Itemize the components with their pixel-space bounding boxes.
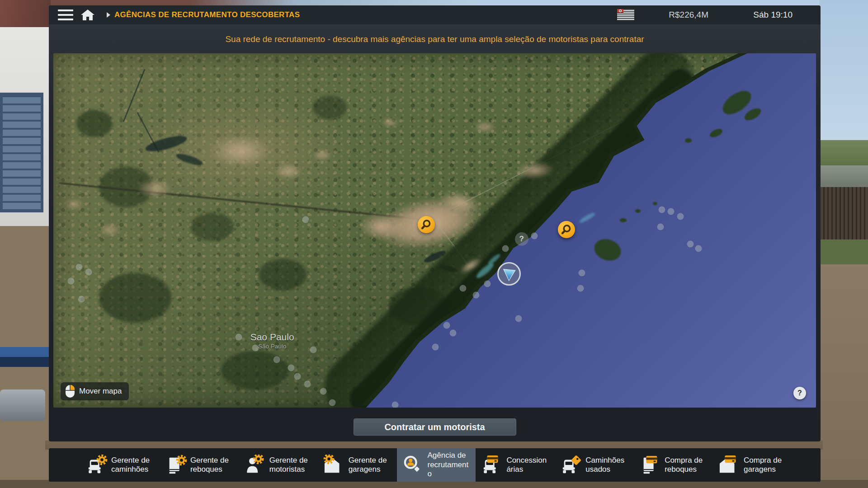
toolbar-item-label: Caminhões usados	[585, 456, 628, 474]
toolbar-item-compra-de-garagens[interactable]: Compra de garagens	[713, 448, 792, 482]
truck-fuel-tank	[0, 389, 45, 421]
undiscovered-agency-marker: ?	[515, 232, 528, 246]
undiscovered-city-dot	[432, 343, 439, 350]
undiscovered-city-dot	[85, 268, 92, 275]
undiscovered-city-dot	[657, 224, 664, 230]
toolbar-item-agencia-de-recrutamento[interactable]: Agência de recrutamento	[397, 448, 476, 482]
trailer-card-icon	[639, 455, 661, 475]
toolbar-item-gerente-de-motoristas[interactable]: Gerente de motoristas	[239, 448, 317, 482]
undiscovered-city-dot	[577, 285, 584, 291]
barn-wall	[819, 187, 868, 240]
toolbar-item-label: Gerente de caminhões	[111, 456, 154, 474]
panel-subtitle: Sua rede de recrutamento - descubra mais…	[49, 34, 821, 44]
grass	[819, 239, 868, 266]
toolbar-item-label: Gerente de motoristas	[269, 456, 312, 474]
parked-truck	[0, 225, 50, 390]
toolbar-item-concessionarias[interactable]: Concessionárias	[476, 448, 554, 482]
magnifier-icon	[559, 222, 574, 237]
undiscovered-city-dot	[310, 347, 317, 353]
truck-gear-icon	[86, 455, 108, 475]
truck-tag-icon	[560, 455, 582, 475]
management-toolbar: Gerente de caminhõesGerente de reboquesG…	[49, 448, 821, 482]
undiscovered-city-dot	[304, 381, 311, 388]
undiscovered-city-dot	[484, 281, 491, 287]
undiscovered-city-dot	[502, 245, 509, 252]
undiscovered-city-dot	[687, 240, 693, 247]
player-money: R$226,4M	[669, 10, 708, 20]
undiscovered-city-dot	[288, 365, 295, 371]
undiscovered-city-dot	[78, 296, 85, 303]
undiscovered-city-dot	[392, 401, 398, 408]
toolbar-item-caminhoes-usados[interactable]: Caminhões usados	[555, 448, 633, 482]
agency-map[interactable]: Sao Paulo São Paulo Mover mapa ? ?	[53, 53, 816, 408]
toolbar-item-label: Gerente de reboques	[190, 456, 233, 474]
driver-gear-icon	[244, 455, 266, 475]
sky	[819, 0, 868, 142]
undiscovered-city-dot	[531, 232, 538, 239]
undiscovered-city-dot	[329, 399, 336, 406]
undiscovered-city-dot	[515, 315, 522, 322]
undiscovered-city-dot	[472, 291, 479, 298]
toolbar-item-label: Compra de garagens	[744, 456, 786, 474]
house-window	[0, 93, 43, 212]
recruitment-panel: Sua rede de recrutamento - descubra mais…	[49, 24, 821, 441]
move-map-label: Mover mapa	[79, 387, 122, 396]
recruitment-agency-marker[interactable]	[418, 216, 435, 233]
toolbar-item-label: Agência de recrutamento	[428, 451, 470, 479]
undiscovered-city-dot	[274, 357, 280, 363]
toolbar-item-compra-de-reboques[interactable]: Compra de reboques	[634, 448, 712, 482]
undiscovered-city-dot	[320, 388, 327, 394]
chevron-right-icon	[106, 12, 111, 18]
undiscovered-city-dot	[695, 245, 702, 252]
move-map-hint: Mover mapa	[61, 382, 129, 400]
undiscovered-city-dot	[449, 330, 456, 337]
undiscovered-city-dot	[294, 373, 301, 380]
undiscovered-city-dot	[459, 285, 466, 291]
undiscovered-city-dot	[302, 216, 309, 223]
undiscovered-city-dot	[677, 213, 684, 220]
undiscovered-city-dot	[252, 345, 259, 352]
house-roof	[0, 0, 51, 29]
recruitment-agency-marker[interactable]	[558, 221, 575, 238]
undiscovered-city-dot	[443, 322, 450, 329]
sao-paulo-state-flag-icon	[617, 9, 634, 21]
toolbar-item-label: Gerente de garagens	[349, 456, 391, 474]
dirt-ground	[819, 264, 868, 488]
barn-roof	[819, 165, 868, 188]
game-time: Sáb 19:10	[753, 10, 793, 20]
magnifier-icon	[419, 217, 434, 232]
undiscovered-city-dot	[659, 206, 665, 213]
truck-card-icon	[481, 455, 503, 475]
breadcrumb: AGÊNCIAS DE RECRUTAMENTO DESCOBERTAS	[114, 10, 300, 19]
garage-gear-icon	[323, 455, 345, 475]
home-icon[interactable]	[80, 9, 95, 21]
toolbar-item-gerente-de-caminhoes[interactable]: Gerente de caminhões	[80, 448, 159, 482]
undiscovered-city-dot	[579, 270, 585, 277]
undiscovered-city-dot	[668, 208, 675, 215]
top-bar: AGÊNCIAS DE RECRUTAMENTO DESCOBERTAS R$2…	[49, 5, 821, 24]
trailer-gear-icon	[165, 455, 187, 475]
recruitment-agency-icon	[402, 455, 424, 475]
undiscovered-city-dot	[67, 278, 74, 285]
toolbar-item-gerente-de-reboques[interactable]: Gerente de reboques	[160, 448, 238, 482]
toolbar-item-label: Compra de reboques	[665, 456, 707, 474]
garage-card-icon	[718, 455, 740, 475]
mouse-icon	[65, 385, 75, 398]
hamburger-menu-icon[interactable]	[58, 9, 73, 20]
toolbar-item-gerente-de-garagens[interactable]: Gerente de garagens	[318, 448, 396, 482]
city-label-sub: São Paulo	[222, 343, 322, 350]
help-button[interactable]: ?	[793, 387, 806, 399]
undiscovered-city-dot	[76, 263, 83, 270]
undiscovered-city-dot	[235, 333, 242, 340]
toolbar-item-label: Concessionárias	[506, 456, 549, 474]
hire-driver-button[interactable]: Contratar um motorista	[354, 418, 516, 436]
hill	[819, 140, 868, 167]
